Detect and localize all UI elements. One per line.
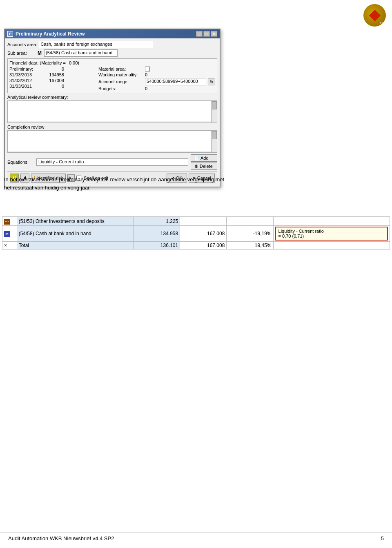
account-range-label: Account range: [98, 79, 143, 84]
dialog-titlebar: P Preliminary Analytical Review _ □ ✕ [5, 29, 220, 38]
equations-value[interactable]: Liquidity - Current ratio [36, 158, 188, 166]
titlebar-left: P Preliminary Analytical Review [7, 31, 85, 37]
completion-scrollbar[interactable] [211, 131, 217, 152]
commentary-label: Analytical review commentary: [7, 95, 217, 100]
accounts-area-row: Accounts area: Cash, banks and foreign e… [7, 41, 217, 48]
add-icon: 📄 [194, 156, 199, 160]
working-mat-row: Working materiality: 0 [98, 72, 215, 77]
accounts-area-label: Accounts area: [7, 42, 37, 47]
sub-area-value[interactable]: (54/58) Cash at bank and in hand [44, 49, 118, 57]
dialog-title: Preliminary Analytical Review [16, 31, 85, 37]
accounts-area-value[interactable]: Cash, banks and foreign exchanges [39, 41, 153, 48]
row2-current: 134.958 [134, 226, 180, 242]
working-mat-value: 0 [145, 72, 147, 77]
equations-row: Equations: Liquidity - Current ratio 📄 A… [7, 154, 217, 170]
materiality-value: 0,00) [69, 60, 79, 65]
data-table-section: ••• (51/53) Other investments and deposi… [0, 216, 392, 249]
x-icon: × [4, 243, 7, 248]
logo-icon: TM [363, 4, 386, 27]
financial-data-label: Financial data: (Materiality = [9, 60, 66, 65]
commentary-textarea-container [7, 100, 217, 123]
logo-inner-shape [369, 9, 380, 21]
material-area-checkbox[interactable] [145, 67, 150, 71]
row1-indicator: ••• [2, 217, 17, 226]
delete-equation-button[interactable]: 🗑 Delete [191, 163, 217, 170]
delete-icon: 🗑 [194, 164, 198, 169]
row2-prior: 167.008 [180, 226, 227, 242]
preliminary-row: Preliminary: 0 [9, 67, 98, 71]
financial-right-col: Material area: Working materiality: 0 Ac… [98, 67, 215, 91]
account-range-value[interactable]: 540000:589999+5400000 [145, 78, 206, 85]
date2-label: 31/03/2012 [9, 78, 38, 83]
logo-tm-text: TM [379, 21, 384, 25]
row1-current: 1.225 [134, 217, 180, 226]
row1-name: (51/53) Other investments and deposits [17, 217, 133, 226]
row1-prior [180, 217, 227, 226]
row1-change [227, 217, 273, 226]
date1-value: 134958 [40, 72, 64, 77]
dialog-app-icon: P [7, 31, 13, 37]
preliminary-label: Preliminary: [9, 67, 38, 71]
commentary-scrollbar[interactable] [211, 101, 217, 123]
results-table: ••• (51/53) Other investments and deposi… [2, 216, 390, 249]
date3-label: 31/03/2011 [9, 84, 38, 89]
dialog-window-controls: _ □ ✕ [196, 31, 217, 37]
minimize-button[interactable]: _ [196, 31, 203, 37]
tooltip-line1: Liquidity - Current ratio [278, 229, 385, 234]
tooltip-box: Liquidity - Current ratio = 0,70 (0,71) [275, 227, 388, 241]
row3-prior: 167.008 [180, 242, 227, 249]
refresh-icon: ↻ [210, 80, 213, 84]
commentary-area: Analytical review commentary: [7, 95, 217, 123]
completion-review-section: Completion review [7, 125, 217, 153]
date3-value: 0 [40, 84, 64, 89]
row2-change: -19,19% [227, 226, 273, 242]
close-button[interactable]: ✕ [211, 31, 217, 37]
budgets-value: 0 [145, 86, 147, 91]
budgets-label: Budgets: [98, 86, 143, 91]
preliminary-value: 0 [40, 67, 64, 71]
commentary-textarea[interactable] [8, 101, 217, 121]
completion-textarea-container [7, 130, 217, 153]
date1-row: 31/03/2013 134958 [9, 72, 98, 77]
row3-tooltip [273, 242, 390, 249]
maximize-button[interactable]: □ [203, 31, 210, 37]
description-text: In het overzicht van de preliminary anal… [4, 176, 225, 192]
row3-name: Total [17, 242, 133, 249]
working-mat-label: Working materiality: [98, 72, 143, 77]
material-area-row: Material area: [98, 67, 215, 71]
account-range-row: Account range: 540000:589999+5400000 ↻ [98, 78, 215, 85]
row2-indicator: M [2, 226, 17, 242]
m-icon: M [4, 231, 10, 237]
logo-area: TM [363, 4, 388, 29]
completion-textarea[interactable] [8, 131, 217, 151]
row2-tooltip: Liquidity - Current ratio = 0,70 (0,71) [273, 226, 390, 242]
preliminary-analytical-review-dialog: P Preliminary Analytical Review _ □ ✕ Ac… [4, 29, 220, 187]
tooltip-line2: = 0,70 (0,71) [278, 234, 385, 238]
description-paragraph: In het overzicht van de preliminary anal… [4, 176, 225, 192]
page-footer: Audit Automation WKB Nieuwsbrief v4.4 SP… [0, 532, 392, 544]
equations-section: Equations: Liquidity - Current ratio 📄 A… [7, 154, 217, 170]
row3-change: 19,45% [227, 242, 273, 249]
row3-current: 136.101 [134, 242, 180, 249]
sub-area-label: Sub area: [7, 51, 36, 56]
sub-area-m-icon: M [38, 50, 42, 56]
scrollbar-thumb [212, 101, 217, 109]
table-row: ••• (51/53) Other investments and deposi… [2, 217, 390, 226]
budgets-row: Budgets: 0 [98, 86, 215, 91]
dialog-body: Accounts area: Cash, banks and foreign e… [5, 38, 220, 187]
financial-data-section: Financial data: (Materiality = 0,00) Pre… [7, 58, 217, 93]
financial-left-col: Preliminary: 0 31/03/2013 134958 31/03/2… [9, 67, 98, 91]
date2-row: 31/03/2012 167008 [9, 78, 98, 83]
completion-scrollbar-thumb [212, 131, 217, 139]
equations-buttons: 📄 Add 🗑 Delete [191, 154, 217, 170]
sub-area-row: Sub area: M (54/58) Cash at bank and in … [7, 49, 217, 57]
footer-page-number: 5 [381, 535, 384, 541]
refresh-button[interactable]: ↻ [208, 78, 215, 85]
material-area-label: Material area: [98, 67, 143, 71]
dots-icon: ••• [4, 219, 10, 225]
table-row: M (54/58) Cash at bank and in hand 134.9… [2, 226, 390, 242]
footer-title: Audit Automation WKB Nieuwsbrief v4.4 SP… [8, 535, 114, 541]
add-equation-button[interactable]: 📄 Add [191, 154, 217, 162]
financial-grid: Preliminary: 0 31/03/2013 134958 31/03/2… [9, 67, 215, 91]
row1-tooltip [273, 217, 390, 226]
